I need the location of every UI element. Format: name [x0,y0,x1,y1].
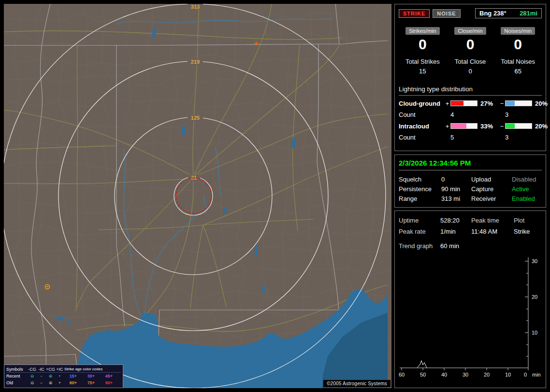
total-strikes-value: 15 [399,68,447,75]
status-row-squelch: Squelch 0 Upload Disabled [399,174,542,184]
ic-positive-pct: 33% [478,123,499,130]
map-canvas: 313 219 125 31 [4,4,391,388]
map-legend: Symbols -CG -IC +CG +IC Strike age color… [4,364,123,388]
counter-strikes: Strikes/min 0 Total Strikes 15 [399,26,447,75]
y-tick-10: 10 [532,330,537,336]
status-section: 2/3/2026 12:34:56 PM Squelch 0 Upload Di… [394,154,546,208]
recent-neg-cg-icon: ⊖ [28,374,37,378]
minus-sign: − [499,123,505,130]
noises-per-min-label: Noises/min [501,27,535,35]
old-pos-ic-icon: + [55,380,64,385]
x-unit-label: min [532,372,541,378]
plot-type-value: Strike [514,228,542,235]
cloud-ground-row: Cloud-ground + 27% − 20% [399,100,542,107]
upload-status: Disabled [512,176,542,183]
receiver-status: Enabled [512,195,542,202]
timestamp: 2/3/2026 12:34:56 PM [399,159,542,170]
bearing-distance: 281mi [520,10,537,17]
old-neg-cg-icon: ⊖ [28,380,37,385]
x-tick-0: 0 [524,372,527,378]
stats-row-2: Peak rate 1/min 11:48 AM Strike [399,226,542,237]
status-row-persistence: Persistence 90 min Capture Active [399,184,542,194]
counter-noises: Noises/min 0 Total Noises 65 [494,26,542,75]
x-tick-40: 40 [441,372,447,378]
cg-negative-bar [505,100,532,106]
plot-label: Plot [514,217,542,224]
minus-sign: − [499,100,505,107]
ring-label-313: 313 [191,4,200,10]
legend-row-old: Old ⊖ − ⊕ + 60+ 75+ 90+ [6,379,121,386]
legend-age-title: Strike age color codes [64,367,118,371]
plus-sign: + [444,100,450,107]
distribution-title: Lightning type distribution [399,85,542,96]
x-tick-30: 30 [463,372,468,378]
x-tick-20: 20 [484,372,490,378]
x-tick-60: 60 [399,372,405,378]
stats-row-1: Uptime 528:20 Peak time Plot [399,215,542,226]
ic-positive-bar [450,123,478,129]
capture-status: Active [512,185,542,193]
age-90: 90+ [100,380,118,385]
strike-stats-section: STRIKE NOISE Bng 238° 281mi Strikes/min … [394,4,546,151]
cg-negative-count: 3 [499,111,542,118]
trend-series-strike [417,361,427,368]
total-close-value: 0 [447,68,494,75]
legend-col-pos-cg: +CG [46,367,55,372]
plus-sign: + [444,123,450,130]
lightning-distribution: Lightning type distribution Cloud-ground… [399,85,542,141]
cg-positive-pct: 27% [478,100,499,107]
total-noises-label: Total Noises [494,58,542,65]
intracloud-row: Intracloud + 33% − 20% [399,123,542,130]
ic-negative-count: 3 [499,134,542,141]
intracloud-count-row: Count 5 3 [399,134,542,141]
total-strikes-label: Total Strikes [399,58,447,65]
peak-time-value: 11:48 AM [471,228,514,235]
ic-positive-count: 5 [444,134,499,141]
range-value: 313 mi [441,195,471,202]
legend-col-neg-cg: -CG [28,367,37,372]
noise-button[interactable]: NOISE [433,9,460,18]
uptime-value: 528:20 [440,217,471,224]
ring-label-219: 219 [191,59,200,65]
ring-label-125: 125 [191,115,200,121]
close-per-min-label: Close/min [454,27,486,35]
cg-negative-pct: 20% [533,100,548,107]
legend-col-neg-ic: -IC [37,367,46,372]
lightning-map[interactable]: 313 219 125 31 Symbols -CG -IC +CG +IC S [4,4,391,388]
age-45: 45+ [100,374,118,378]
trend-window-value: 60 min [440,242,471,250]
y-tick-30: 30 [532,258,537,264]
bearing-label: Bng 238° [479,10,507,17]
recent-pos-ic-icon: + [55,374,64,378]
cg-positive-count: 4 [444,111,499,118]
noises-per-min-value: 0 [494,37,542,52]
age-75: 75+ [82,380,100,385]
age-30: 30+ [82,374,100,378]
close-per-min-value: 0 [447,37,494,52]
total-noises-value: 65 [494,68,542,75]
cloud-ground-count-row: Count 4 3 [399,111,542,118]
legend-col-pos-ic: +IC [55,367,64,372]
trend-section: Uptime 528:20 Peak time Plot Peak rate 1… [394,210,546,388]
y-tick-20: 20 [532,294,537,300]
ic-negative-pct: 20% [533,123,548,130]
bearing-display: Bng 238° 281mi [475,8,542,18]
old-neg-ic-icon: − [37,380,46,385]
counter-close: Close/min 0 Total Close 0 [447,26,494,75]
status-row-range: Range 313 mi Receiver Enabled [399,194,542,203]
copyright-notice: ©2005 Astrogenic Systems [323,380,391,387]
peak-rate-value: 1/min [440,228,471,235]
cg-positive-bar [450,100,478,106]
trend-graph-row: Trend graph 60 min [399,240,542,252]
strikes-per-min-label: Strikes/min [405,27,440,35]
legend-symbols-title: Symbols [6,367,28,372]
total-close-label: Total Close [447,58,494,65]
age-15: 15+ [64,374,82,378]
recent-pos-cg-icon: ⊕ [46,374,55,378]
x-tick-10: 10 [505,372,511,378]
old-pos-cg-icon: ⊕ [46,380,55,385]
side-panel: STRIKE NOISE Bng 238° 281mi Strikes/min … [394,4,546,388]
strikes-per-min-value: 0 [399,37,447,52]
strike-button[interactable]: STRIKE [399,9,430,18]
trend-graph: 30 20 10 60 50 40 30 20 10 0 min [399,255,543,382]
